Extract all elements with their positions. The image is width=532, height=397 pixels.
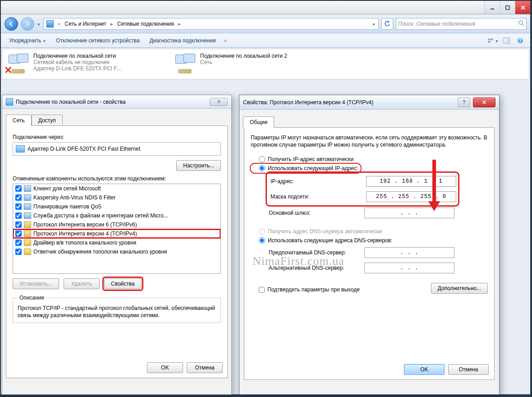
tab-general[interactable]: Общие	[243, 116, 274, 128]
organize-menu[interactable]: Упорядочить▼	[5, 36, 50, 45]
component-checkbox[interactable]	[15, 231, 22, 237]
ip-address-input[interactable]: 192 . 168 . 1 . 1	[366, 176, 456, 187]
advanced-button[interactable]: Дополнительно...	[431, 283, 488, 294]
component-checkbox[interactable]	[15, 249, 22, 255]
breadcrumb-seg-2[interactable]: Сетевые подключения	[115, 20, 176, 28]
connection-properties-dialog: Подключение по локальной сети - свойства…	[2, 95, 232, 395]
components-list[interactable]: Клиент для сетей Microsoft Kaspersky Ant…	[13, 184, 221, 274]
tab-access[interactable]: Доступ	[32, 115, 63, 126]
dialog-icon	[6, 98, 13, 106]
svg-rect-7	[491, 38, 493, 40]
component-checkbox[interactable]	[15, 194, 22, 201]
nav-history-dropdown[interactable]: ▼	[37, 21, 41, 27]
gateway-input[interactable]: . . .	[364, 208, 454, 218]
alternate-dns-row: Альтернативный DNS-сервер: . . .	[251, 260, 488, 276]
tab-strip: Сеть Доступ	[2, 111, 231, 125]
cancel-button[interactable]: Отмена	[448, 364, 489, 375]
svg-rect-8	[488, 41, 491, 42]
breadcrumb-dropdown-icon[interactable]: ▼	[372, 21, 376, 27]
component-icon	[24, 203, 31, 210]
toolbar-overflow-icon[interactable]: »	[222, 37, 229, 44]
cancel-button[interactable]: Отмена	[187, 362, 223, 373]
properties-button[interactable]: Свойства	[104, 278, 142, 289]
refresh-button[interactable]	[381, 18, 393, 30]
alternate-dns-input[interactable]: . . .	[364, 263, 454, 273]
view-options-icon[interactable]: ▼	[488, 36, 499, 45]
close-button[interactable]: ✕	[210, 98, 228, 106]
description-text: Протокол TCP/IP - стандартный протокол г…	[18, 305, 216, 319]
preview-pane-icon[interactable]	[501, 36, 512, 45]
subnet-mask-input[interactable]: 255 . 255 . 255 . 0	[366, 191, 456, 202]
list-item-ipv4: Протокол Интернета версии 4 (TCP/IPv4)	[13, 229, 220, 238]
search-icon	[518, 20, 524, 28]
close-button[interactable]: ✕	[473, 97, 495, 107]
preferred-dns-input[interactable]: . . .	[364, 247, 454, 258]
component-icon	[24, 212, 31, 219]
ipv4-properties-dialog: Свойства: Протокол Интернета версии 4 (T…	[239, 95, 500, 395]
diagnose-button[interactable]: Диагностика подключения	[146, 36, 220, 45]
connection-status: Сетевой кабель не подключен	[33, 59, 123, 65]
component-icon	[24, 185, 31, 192]
search-input[interactable]: Поиск: Сетевые подключения	[396, 18, 527, 30]
preferred-dns-row: Предпочитаемый DNS-сервер: . . .	[251, 245, 488, 260]
list-item: Kaspersky Anti-Virus NDIS 6 Filter	[13, 193, 220, 202]
nav-forward-button[interactable]	[21, 17, 34, 31]
location-icon	[46, 20, 54, 28]
radio-auto-ip[interactable]: Получить IP-адрес автоматически	[251, 155, 488, 164]
connection-title: Подключение по локальной сети	[33, 53, 123, 59]
radio-manual-ip[interactable]: Использовать следующий IP-адрес:	[251, 164, 361, 173]
component-checkbox[interactable]	[15, 222, 22, 228]
breadcrumb-seg-1[interactable]: Сеть и Интернет	[63, 20, 108, 28]
radio-input[interactable]	[259, 237, 265, 244]
minimize-button[interactable]	[484, 1, 500, 14]
svg-rect-6	[488, 38, 491, 40]
component-checkbox[interactable]	[15, 185, 22, 192]
maximize-button[interactable]	[500, 1, 515, 14]
radio-input	[259, 228, 265, 235]
description-legend: Описание	[18, 295, 46, 301]
connection-status: Сеть	[200, 59, 287, 65]
help-button[interactable]: ?	[458, 97, 470, 107]
component-checkbox[interactable]	[15, 240, 22, 246]
breadcrumb[interactable]: « Сеть и Интернет ▸ Сетевые подключения …	[43, 18, 379, 30]
disable-device-button[interactable]: Отключение сетевого устройства	[52, 36, 143, 45]
subnet-mask-row: Маска подсети: 255 . 255 . 255 . 0	[269, 189, 456, 204]
network-adapter-icon: ✕	[6, 53, 31, 75]
component-checkbox[interactable]	[15, 212, 22, 219]
remove-button[interactable]: Удалить	[64, 278, 100, 289]
ok-button[interactable]: OK	[147, 362, 183, 373]
component-icon	[24, 194, 31, 201]
tab-body: Параметры IP могут назначаться автоматич…	[244, 127, 495, 380]
nav-back-button[interactable]	[5, 17, 18, 31]
connection-device: Адаптер D-Link DFE-520TX PCI F…	[33, 65, 123, 72]
radio-input[interactable]	[259, 165, 265, 171]
list-item: Планировщик пакетов QoS	[13, 202, 220, 211]
help-icon[interactable]: ?	[515, 36, 526, 45]
validate-checkbox[interactable]	[259, 287, 265, 293]
network-adapter-icon	[173, 53, 197, 75]
nav-bar: ▼ « Сеть и Интернет ▸ Сетевые подключени…	[1, 14, 530, 33]
subnet-mask-label: Маска подсети:	[271, 194, 361, 200]
component-icon	[24, 222, 31, 228]
component-checkbox[interactable]	[15, 203, 22, 210]
titlebar-close-button[interactable]	[515, 1, 530, 14]
radio-input[interactable]	[259, 156, 265, 162]
list-item: Клиент для сетей Microsoft	[13, 184, 220, 193]
connect-via-label: Подключение через:	[13, 134, 221, 140]
dialog-title: Подключение по локальной сети - свойства	[16, 99, 210, 105]
tab-body: Подключение через: Адаптер D-Link DFE-52…	[6, 125, 228, 378]
ok-button[interactable]: OK	[404, 364, 445, 375]
adapter-display: Адаптер D-Link DFE-520TX PCI Fast Ethern…	[13, 142, 221, 156]
connection-item-1[interactable]: ✕ Подключение по локальной сети Сетевой …	[6, 53, 169, 75]
svg-line-5	[522, 24, 524, 26]
configure-button[interactable]: Настроить...	[176, 160, 221, 171]
ip-address-label: IP-адрес:	[271, 178, 361, 185]
component-icon	[24, 240, 31, 246]
tab-network[interactable]: Сеть	[6, 115, 32, 126]
radio-manual-dns[interactable]: Использовать следующие адреса DNS-сервер…	[251, 236, 488, 245]
connection-item-2[interactable]: Подключение по локальной сети 2 Сеть	[173, 53, 336, 75]
install-button[interactable]: Установить...	[13, 278, 59, 289]
ip-fields-highlight: IP-адрес: 192 . 168 . 1 . 1 Маска подсет…	[267, 173, 458, 205]
alternate-dns-label: Альтернативный DNS-сервер:	[269, 265, 359, 271]
adapter-icon	[16, 145, 25, 152]
